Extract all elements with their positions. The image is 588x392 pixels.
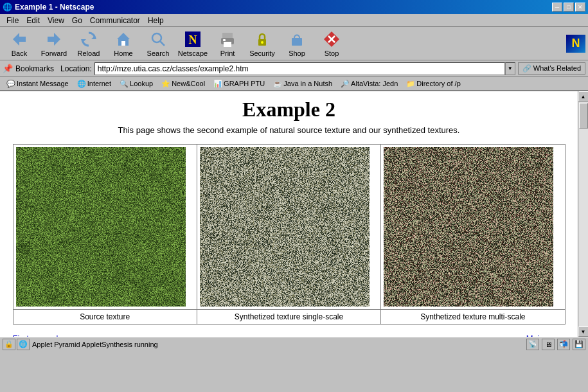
newcool-icon: ⭐ (161, 80, 170, 88)
home-icon (114, 30, 132, 48)
stop-button[interactable]: Stop (315, 29, 348, 58)
bookmarks-icon: 📌 (3, 64, 13, 73)
bookmarks-label: Bookmarks (15, 64, 54, 73)
first-example-link[interactable]: First example (13, 334, 63, 337)
personal-toolbar: 💬 Instant Message 🌐 Internet 🔍 Lookup ⭐ … (0, 77, 588, 91)
status-bar: 🔒 🌐 Applet Pyramid AppletSynthesis runni… (0, 337, 588, 351)
reload-button[interactable]: Reload (72, 29, 105, 58)
status-icon-2[interactable]: 🖥 (542, 339, 555, 350)
links-row: First example Main page (13, 334, 566, 337)
multi-scale-texture-cell (381, 145, 565, 310)
status-right-icons: 📡 🖥 📬 💾 (526, 339, 585, 350)
menu-communicator[interactable]: Communicator (86, 15, 144, 26)
window-controls: ─ □ ✕ (552, 3, 585, 12)
content-area: Example 2 This page shows the second exa… (0, 91, 578, 337)
stop-icon (323, 30, 341, 48)
scroll-up-button[interactable]: ▲ (578, 91, 589, 102)
internet-item[interactable]: 🌐 Internet (73, 78, 115, 89)
forward-icon (45, 30, 63, 48)
page-subtitle: This page shows the second example of na… (118, 125, 460, 135)
shop-icon (288, 30, 306, 48)
maximize-button[interactable]: □ (564, 3, 574, 12)
main-page-link[interactable]: Main page (526, 334, 566, 337)
search-button[interactable]: Search (141, 29, 175, 58)
menu-help[interactable]: Help (144, 15, 168, 26)
single-scale-texture-cell (197, 145, 380, 310)
whats-related-button[interactable]: 🔗 What's Related (518, 62, 585, 75)
java-icon: ☕ (273, 80, 282, 88)
multi-scale-caption: Synthetized texture multi-scale (381, 310, 565, 325)
netscape-icon: N (184, 30, 202, 48)
netscape-animated-logo: N (566, 35, 585, 53)
minimize-button[interactable]: ─ (552, 3, 562, 12)
location-dropdown-arrow[interactable]: ▼ (505, 62, 515, 75)
netscape-button[interactable]: N Netscape (176, 29, 209, 58)
back-icon (10, 30, 28, 48)
close-button[interactable]: ✕ (575, 3, 585, 12)
title-bar: 🌐 Example 1 - Netscape ─ □ ✕ (0, 0, 588, 14)
title-bar-title: 🌐 Example 1 - Netscape (3, 3, 94, 12)
netscape-logo-small: 🌐 (3, 3, 12, 12)
vertical-scrollbar: ▲ ▼ (578, 91, 588, 337)
single-scale-texture-image (200, 147, 370, 307)
menu-file[interactable]: File (3, 15, 22, 26)
menu-edit[interactable]: Edit (22, 15, 44, 26)
scroll-track (578, 102, 589, 326)
security-button[interactable]: Security (245, 29, 279, 58)
menu-view[interactable]: View (44, 15, 68, 26)
lookup-item[interactable]: 🔍 Lookup (116, 78, 157, 89)
source-texture-cell (13, 145, 197, 310)
status-icon-1[interactable]: 📡 (526, 339, 539, 350)
svg-rect-16 (292, 38, 302, 46)
search-icon (149, 30, 167, 48)
internet-icon: 🌐 (77, 80, 86, 88)
svg-rect-13 (223, 39, 226, 41)
location-input-wrap: ▼ (94, 62, 515, 75)
images-table: Source texture Synthetized texture singl… (13, 144, 566, 325)
security-icon (253, 30, 271, 48)
graph-ptu-item[interactable]: 📊 GRAPH PTU (209, 78, 269, 89)
multi-scale-texture-image (384, 147, 553, 307)
source-texture-caption: Source texture (13, 310, 197, 325)
svg-line-7 (160, 41, 165, 46)
back-button[interactable]: Back (3, 29, 36, 58)
svg-point-15 (261, 41, 263, 44)
directory-icon: 📁 (406, 80, 415, 88)
svg-rect-5 (121, 41, 125, 46)
print-button[interactable]: Print (211, 29, 244, 58)
newcool-item[interactable]: ⭐ New&Cool (157, 78, 209, 89)
java-nutsh-item[interactable]: ☕ Java in a Nutsh (269, 78, 336, 89)
altavista-item[interactable]: 🔎 AltaVista: Jedn (337, 78, 402, 89)
svg-marker-0 (13, 33, 26, 46)
whats-related-icon: 🔗 (522, 64, 531, 72)
svg-text:N: N (189, 33, 197, 46)
home-button[interactable]: Home (107, 29, 140, 58)
instant-message-item[interactable]: 💬 Instant Message (3, 78, 73, 89)
print-icon (218, 30, 236, 48)
svg-point-6 (152, 33, 161, 42)
status-icon-3[interactable]: 📬 (557, 339, 570, 350)
forward-button[interactable]: Forward (37, 29, 71, 58)
instant-message-icon: 💬 (6, 80, 15, 88)
toolbar: Back Forward Reload Home (0, 27, 588, 60)
menu-bar: File Edit View Go Communicator Help (0, 14, 588, 27)
graph-ptu-icon: 📊 (213, 80, 222, 88)
scroll-down-button[interactable]: ▼ (578, 326, 589, 337)
status-text: Applet Pyramid AppletSynthesis running (32, 341, 524, 348)
reload-icon (80, 30, 98, 48)
shop-button[interactable]: Shop (280, 29, 314, 58)
security-status-icon: 🔒 (3, 339, 15, 350)
location-input[interactable] (94, 62, 505, 75)
altavista-icon: 🔎 (341, 80, 350, 88)
page-title: Example 2 (242, 98, 335, 121)
single-scale-caption: Synthetized texture single-scale (197, 310, 380, 325)
lookup-icon: 🔍 (120, 80, 129, 88)
menu-go[interactable]: Go (68, 15, 86, 26)
main-area: Example 2 This page shows the second exa… (0, 91, 588, 337)
status-icon-4[interactable]: 💾 (573, 339, 585, 350)
source-texture-image (16, 147, 186, 307)
directory-item[interactable]: 📁 Directory of /p (402, 78, 464, 89)
status-icons: 🔒 🌐 (3, 339, 30, 350)
svg-rect-12 (224, 42, 231, 47)
scroll-thumb[interactable] (579, 103, 588, 129)
